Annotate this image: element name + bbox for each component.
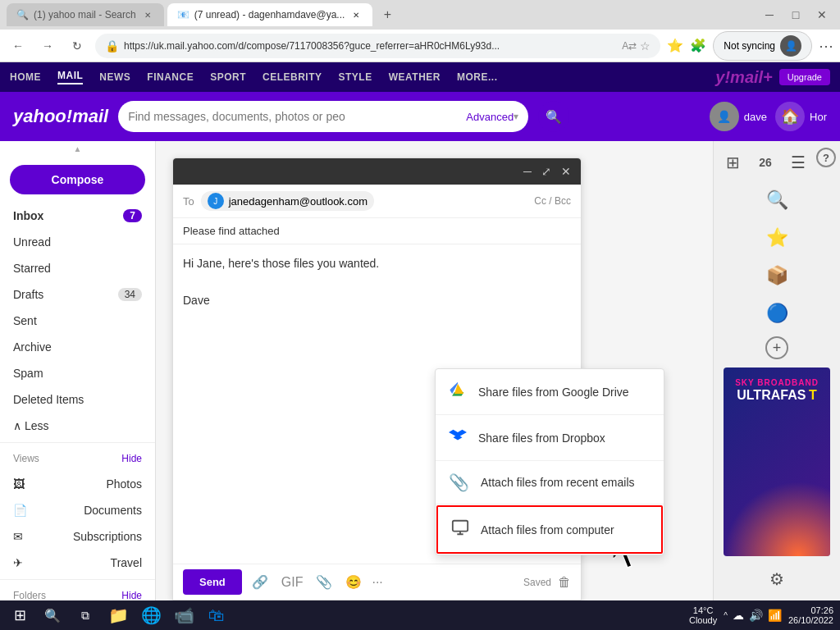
to-chip[interactable]: J janedagenham@outlook.com <box>201 191 374 211</box>
panel-grid-icon[interactable]: ⊞ <box>718 148 747 177</box>
search-button[interactable]: 🔍 <box>538 101 569 132</box>
gif-icon[interactable]: GIF <box>278 572 307 593</box>
sidebar-item-documents[interactable]: 📄 Documents <box>0 497 155 523</box>
compose-minimize-button[interactable]: ─ <box>523 165 532 178</box>
sidebar-item-inbox[interactable]: Inbox 7 <box>0 203 155 229</box>
compose-subject[interactable]: Please find attached <box>173 218 581 244</box>
sidebar-item-travel[interactable]: ✈ Travel <box>0 550 155 576</box>
refresh-button[interactable]: ↻ <box>66 34 89 57</box>
taskbar-task-view-button[interactable]: ⧉ <box>72 602 98 628</box>
nav-weather[interactable]: WEATHER <box>389 71 441 83</box>
home-button[interactable]: 🏠 Hor <box>775 102 827 131</box>
not-syncing-button[interactable]: Not syncing 👤 <box>713 31 812 61</box>
panel-calendar-icon[interactable]: 26 <box>751 148 780 177</box>
ad-text-ultrafas: ULTRAFAS <box>737 388 806 402</box>
forward-button[interactable]: → <box>36 34 59 57</box>
panel-help-icon[interactable]: ? <box>816 148 836 167</box>
taskbar-right: 14°C Cloudy ^ ☁ 🔊 📶 07:26 26/10/2022 <box>689 605 833 625</box>
panel-star-icon[interactable]: ⭐ <box>762 223 792 253</box>
tab-2[interactable]: 📧 (7 unread) - dagenhamdave@ya... ✕ <box>167 3 373 26</box>
sidebar-less-toggle[interactable]: ∧ Less <box>0 413 155 439</box>
link-icon[interactable]: 🔗 <box>249 571 272 593</box>
nav-news[interactable]: NEWS <box>99 71 130 83</box>
sidebar-item-photos[interactable]: 🖼 Photos <box>0 471 155 497</box>
nav-finance[interactable]: FINANCE <box>147 71 194 83</box>
panel-settings-icon[interactable]: ⚙ <box>762 564 792 594</box>
yahoo-mail-logo[interactable]: yahoo!mail <box>13 106 108 127</box>
taskbar-app-edge[interactable]: 🌐 <box>138 602 164 628</box>
nav-style[interactable]: STYLE <box>339 71 372 83</box>
tab-1-close[interactable]: ✕ <box>141 8 154 21</box>
tray-expand-icon[interactable]: ^ <box>724 611 728 620</box>
recent-emails-option[interactable]: 📎 Attach files from recent emails <box>436 461 664 504</box>
nav-more[interactable]: MORE... <box>457 71 498 83</box>
travel-icon: ✈ <box>13 556 23 569</box>
panel-list-icon[interactable]: ☰ <box>783 148 813 177</box>
sidebar-item-spam[interactable]: Spam <box>0 360 155 386</box>
tray-volume-icon[interactable]: 🔊 <box>749 609 763 622</box>
delete-draft-button[interactable]: 🗑 <box>558 575 571 590</box>
new-tab-button[interactable]: + <box>376 3 399 26</box>
nav-sport[interactable]: SPORT <box>210 71 246 83</box>
sidebar-item-sent[interactable]: Sent <box>0 308 155 334</box>
sidebar-item-archive[interactable]: Archive <box>0 334 155 360</box>
compose-close-button[interactable]: ✕ <box>561 165 571 178</box>
panel-outlook-icon[interactable]: 🔵 <box>762 299 792 328</box>
upgrade-button[interactable]: Upgrade <box>779 69 830 85</box>
sidebar-item-deleted[interactable]: Deleted Items <box>0 386 155 413</box>
advanced-link[interactable]: Advanced <box>466 111 514 123</box>
dropbox-option[interactable]: Share files from Dropbox <box>436 415 664 461</box>
close-button[interactable]: ✕ <box>810 3 833 26</box>
sidebar-item-subscriptions[interactable]: ✉ Subscriptions <box>0 523 155 550</box>
send-button[interactable]: Send <box>183 569 242 595</box>
panel-search-icon[interactable]: 🔍 <box>762 185 792 215</box>
taskbar-app-meet[interactable]: 📹 <box>171 602 197 628</box>
minimize-button[interactable]: ─ <box>758 3 781 26</box>
photos-icon: 🖼 <box>13 477 25 491</box>
url-box[interactable]: 🔒 https://uk.mail.yahoo.com/d/compose/71… <box>95 34 660 58</box>
cc-bcc-button[interactable]: Cc / Bcc <box>534 195 571 207</box>
taskbar-app-files[interactable]: 📁 <box>105 602 131 628</box>
folders-hide-link[interactable]: Hide <box>121 590 142 600</box>
back-button[interactable]: ← <box>7 34 30 57</box>
subscriptions-icon: ✉ <box>13 530 23 543</box>
sidebar-item-drafts[interactable]: Drafts 34 <box>0 281 155 308</box>
gdrive-label: Share files from Google Drive <box>478 386 629 399</box>
tray-network-icon[interactable]: 📶 <box>768 609 782 622</box>
user-profile-area[interactable]: 👤 dave <box>710 102 767 131</box>
panel-add-button[interactable]: + <box>765 336 788 359</box>
gdrive-option[interactable]: Share files from Google Drive <box>436 369 664 415</box>
collections-icon[interactable]: ⭐ <box>667 38 683 53</box>
clock: 07:26 26/10/2022 <box>788 605 833 625</box>
folders-label: Folders <box>13 590 46 600</box>
nav-celebrity[interactable]: CELEBRITY <box>262 71 322 83</box>
views-hide-link[interactable]: Hide <box>121 453 142 464</box>
ad-text-sky: SKY BROADBAND <box>735 378 819 387</box>
extensions-icon[interactable]: 🧩 <box>690 38 706 53</box>
browser-more-button[interactable]: ⋯ <box>819 37 833 55</box>
compose-expand-button[interactable]: ⤢ <box>541 165 551 178</box>
nav-mail[interactable]: MAIL <box>57 70 83 84</box>
tray-cloud-icon[interactable]: ☁ <box>733 609 744 622</box>
taskbar-app-store[interactable]: 🛍 <box>203 602 230 628</box>
search-input[interactable] <box>128 110 466 123</box>
sidebar-item-unread[interactable]: Unread <box>0 229 155 255</box>
panel-office-icon[interactable]: 📦 <box>762 261 792 290</box>
taskbar-search-button[interactable]: 🔍 <box>39 602 66 628</box>
emoji-icon[interactable]: 😊 <box>342 571 365 593</box>
tab-2-close[interactable]: ✕ <box>349 8 363 21</box>
tab-1[interactable]: 🔍 (1) yahoo mail - Search ✕ <box>7 3 164 26</box>
sidebar-item-starred[interactable]: Starred <box>0 255 155 281</box>
not-syncing-label: Not syncing <box>724 40 775 52</box>
compose-button[interactable]: Compose <box>10 165 145 194</box>
nav-home[interactable]: HOME <box>10 71 41 83</box>
home-label: Hor <box>810 111 827 123</box>
computer-option[interactable]: Attach files from computer <box>436 505 663 554</box>
attachment-icon[interactable]: 📎 <box>313 571 336 593</box>
dropdown-arrow-icon[interactable]: ▾ <box>514 111 518 122</box>
taskbar: ⊞ 🔍 ⧉ 📁 🌐 📹 🛍 14°C Cloudy ^ ☁ 🔊 📶 07:26 … <box>0 600 840 630</box>
main-area: ▲ Compose Inbox 7 Unread Starred Drafts … <box>0 141 840 600</box>
toolbar-more-button[interactable]: ··· <box>372 575 382 590</box>
maximize-button[interactable]: □ <box>784 3 807 26</box>
start-button[interactable]: ⊞ <box>7 602 33 628</box>
